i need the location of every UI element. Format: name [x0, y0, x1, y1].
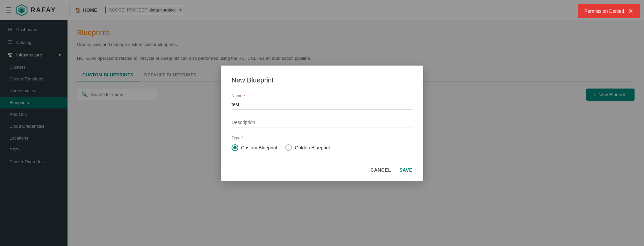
name-required: * [243, 94, 245, 98]
toast-close-button[interactable]: ✕ [628, 8, 633, 14]
radio-golden-circle [285, 144, 292, 151]
radio-custom-blueprint[interactable]: Custom Blueprint [232, 144, 277, 151]
description-input[interactable] [232, 118, 412, 127]
radio-custom-circle [232, 144, 238, 151]
type-required: * [241, 136, 243, 140]
radio-group: Custom Blueprint Golden Blueprint [232, 144, 412, 151]
type-label: Type * [232, 136, 412, 140]
new-blueprint-modal: New Blueprint Name * Type * Custom Bluep… [221, 66, 423, 181]
radio-golden-blueprint[interactable]: Golden Blueprint [285, 144, 330, 151]
name-label: Name * [232, 94, 412, 98]
radio-custom-label: Custom Blueprint [241, 145, 277, 150]
name-input[interactable] [232, 100, 412, 109]
cancel-button[interactable]: CANCEL [371, 167, 391, 173]
modal-title: New Blueprint [232, 76, 412, 84]
description-form-group [232, 118, 412, 127]
modal-overlay[interactable]: New Blueprint Name * Type * Custom Bluep… [0, 0, 644, 246]
name-form-group: Name * [232, 94, 412, 109]
radio-golden-label: Golden Blueprint [295, 145, 330, 150]
modal-actions: CANCEL SAVE [232, 162, 412, 173]
permission-denied-toast: Permission Denied ✕ [578, 4, 640, 18]
save-button[interactable]: SAVE [399, 167, 412, 173]
toast-message: Permission Denied [585, 8, 624, 14]
type-form-group: Type * Custom Blueprint Golden Blueprint [232, 136, 412, 151]
